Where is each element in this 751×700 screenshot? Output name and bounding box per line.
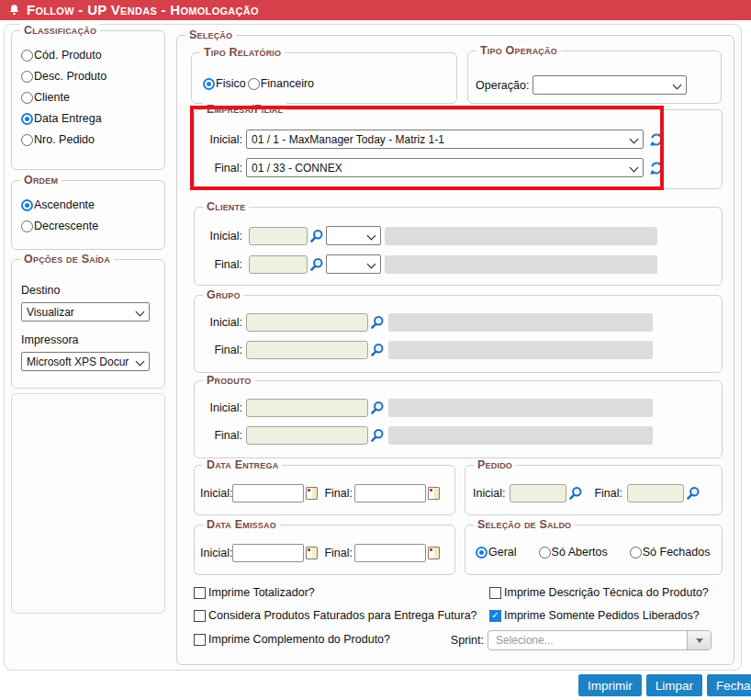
grupo-inicial-input[interactable] — [246, 313, 368, 332]
radio-cliente[interactable]: Cliente — [21, 91, 106, 104]
refresh-icon[interactable] — [649, 132, 664, 147]
grupo-final-desc-field — [388, 341, 653, 359]
pedido-inicial-input[interactable] — [510, 484, 566, 502]
magnifier-icon[interactable] — [309, 229, 324, 243]
magnifier-icon[interactable] — [309, 257, 324, 272]
checkbox-imprime-totalizador[interactable]: Imprime Totalizador? — [194, 586, 315, 599]
radio-label: Desc. Produto — [34, 70, 106, 83]
magnifier-icon[interactable] — [370, 401, 385, 415]
data-emissao-inicial-input[interactable] — [232, 544, 304, 562]
produto-final-desc-field — [388, 426, 653, 445]
radio-icon — [21, 50, 33, 62]
refresh-icon[interactable] — [649, 161, 664, 175]
impressora-select[interactable]: Microsoft XPS Docur — [21, 352, 150, 371]
checkbox-imprime-complemento[interactable]: Imprime Complemento do Produto? — [194, 633, 390, 646]
checkbox-label: Imprime Complemento do Produto? — [208, 633, 390, 646]
radio-ascendente[interactable]: Ascendente — [21, 198, 98, 211]
data-entrega-legend: Data Entrega — [203, 458, 282, 471]
magnifier-icon[interactable] — [370, 315, 385, 330]
chevron-down-icon — [630, 135, 639, 144]
radio-icon — [539, 547, 551, 559]
radio-financeiro[interactable]: Financeiro — [248, 77, 314, 90]
title-bar: Follow - UP Vendas - Homologação — [0, 0, 751, 20]
selecao-legend: Seleção — [185, 28, 236, 41]
operacao-label: Operação: — [476, 79, 529, 92]
selecao-fieldset: Seleção Tipo Relatório Fisico Financeiro… — [176, 35, 734, 665]
data-entrega-final-input[interactable] — [354, 484, 426, 502]
radio-icon — [21, 71, 33, 83]
radio-desc-produto[interactable]: Desc. Produto — [21, 70, 106, 83]
produto-inicial-input[interactable] — [246, 399, 368, 417]
imprimir-button[interactable]: Imprimir — [578, 674, 642, 696]
calendar-icon[interactable] — [428, 487, 440, 500]
radio-icon — [21, 92, 33, 104]
limpar-button[interactable]: Limpar — [646, 674, 702, 696]
checkbox-imprime-descricao-tecnica[interactable]: Imprime Descrição Técnica do Produto? — [489, 586, 709, 599]
grupo-inicial-desc-field — [388, 313, 653, 332]
magnifier-icon[interactable] — [686, 486, 701, 501]
impressora-value: Microsoft XPS Docur — [27, 356, 129, 368]
final-label: Final: — [202, 258, 242, 271]
final-label: Final: — [202, 162, 242, 175]
empresa-filial-legend: Empresa/Filial — [203, 103, 286, 116]
checkbox-label: Imprime Somente Pedidos Liberados? — [504, 609, 700, 622]
opcoes-saida-legend: Opções de Saída — [20, 253, 114, 265]
radio-nro-pedido[interactable]: Nro. Pedido — [21, 133, 106, 146]
radio-label: Nro. Pedido — [34, 133, 95, 146]
radio-icon-selected — [476, 547, 488, 559]
pedido-legend: Pedido — [474, 458, 516, 471]
grupo-final-input[interactable] — [246, 341, 368, 359]
magnifier-icon[interactable] — [370, 343, 385, 357]
radio-fisico[interactable]: Fisico — [203, 77, 246, 90]
tipo-relatorio-legend: Tipo Relatório — [200, 46, 285, 59]
produto-final-input[interactable] — [246, 426, 368, 445]
produto-fieldset: Produto Inicial: Final: — [194, 380, 723, 458]
produto-legend: Produto — [203, 374, 255, 387]
pedido-final-input[interactable] — [627, 484, 684, 502]
cliente-inicial-select[interactable] — [326, 226, 381, 245]
data-emissao-final-input[interactable] — [354, 544, 426, 562]
checkbox-imprime-somente-liberados[interactable]: ✓Imprime Somente Pedidos Liberados? — [489, 609, 700, 622]
calendar-icon[interactable] — [428, 547, 440, 559]
checkbox-considera-produtos-faturados[interactable]: Considera Produtos Faturados para Entreg… — [194, 609, 477, 622]
empresa-inicial-select[interactable]: 01 / 1 - MaxManager Today - Matriz 1-1 — [246, 130, 644, 149]
radio-cod-produto[interactable]: Cód. Produto — [21, 49, 106, 62]
destino-select[interactable]: Visualizar — [21, 302, 150, 322]
empresa-final-select[interactable]: 01 / 33 - CONNEX — [246, 158, 644, 177]
fechar-button[interactable]: Fechar — [707, 674, 751, 696]
cliente-inicial-input[interactable] — [249, 227, 308, 245]
chevron-down-icon — [367, 260, 376, 269]
inicial-label: Inicial: — [202, 401, 242, 414]
tipo-relatorio-fieldset: Tipo Relatório Fisico Financeiro — [191, 52, 457, 104]
sprint-label: Sprint: — [443, 634, 484, 647]
radio-icon-selected — [21, 199, 33, 211]
empresa-filial-fieldset: Empresa/Filial Inicial: 01 / 1 - MaxMana… — [194, 109, 723, 189]
radio-icon-selected — [203, 78, 215, 90]
radio-icon — [21, 134, 33, 146]
dropdown-arrow-icon[interactable] — [687, 631, 711, 649]
radio-so-fechados[interactable]: Só Fechados — [630, 546, 711, 559]
impressora-label: Impressora — [21, 333, 155, 346]
calendar-icon[interactable] — [306, 547, 318, 559]
data-emissao-legend: Data Emissao — [203, 518, 280, 531]
radio-decrescente[interactable]: Decrescente — [21, 220, 98, 232]
inicial-label: Inicial: — [202, 316, 242, 329]
cliente-final-select[interactable] — [326, 254, 381, 274]
magnifier-icon[interactable] — [568, 486, 583, 501]
chevron-down-icon — [367, 231, 376, 241]
cliente-fieldset: Cliente Inicial: Final: — [194, 207, 723, 286]
final-label: Final: — [324, 547, 353, 559]
checkbox-icon — [489, 587, 501, 599]
operacao-select[interactable] — [532, 75, 687, 95]
cliente-final-input[interactable] — [249, 255, 308, 274]
radio-geral[interactable]: Geral — [476, 546, 517, 559]
sprint-placeholder: Selecione... — [496, 634, 554, 647]
radio-so-abertos[interactable]: Só Abertos — [539, 546, 608, 559]
calendar-icon[interactable] — [306, 487, 318, 500]
inicial-label: Inicial: — [473, 487, 505, 500]
radio-data-entrega[interactable]: Data Entrega — [21, 112, 106, 125]
magnifier-icon[interactable] — [370, 428, 385, 443]
inicial-label: Inicial: — [202, 133, 242, 146]
data-entrega-inicial-input[interactable] — [232, 484, 304, 502]
sprint-combobox[interactable]: Selecione... — [488, 630, 712, 650]
